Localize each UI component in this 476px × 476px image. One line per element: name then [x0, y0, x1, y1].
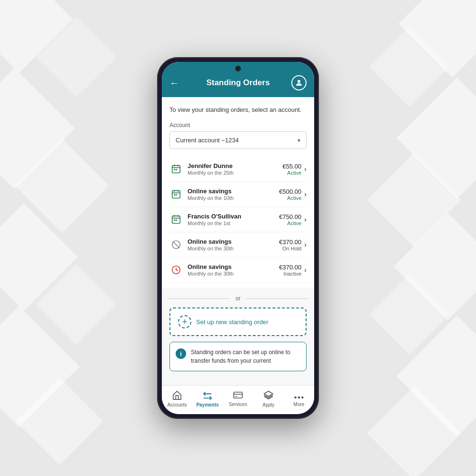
house-icon: [172, 390, 182, 401]
order-item-4[interactable]: Online savings Monthly on the 30th €370.…: [169, 258, 307, 283]
order-item-0[interactable]: Jennifer Dunne Monthly on the 25th €55.0…: [169, 157, 307, 182]
account-label: Account: [169, 122, 307, 129]
info-text: Standing orders can be set up online to …: [191, 348, 300, 365]
svg-point-29: [301, 396, 304, 398]
svg-point-27: [294, 396, 297, 398]
layers-icon: [263, 390, 274, 401]
nav-accounts[interactable]: Accounts: [162, 388, 192, 409]
card-icon: [233, 391, 243, 401]
order-schedule: Monthly on the 25th: [188, 170, 283, 176]
nav-more-label: More: [294, 402, 305, 407]
nav-more[interactable]: More: [284, 388, 314, 409]
info-icon: i: [176, 348, 186, 359]
order-status: Inactive: [279, 271, 301, 277]
order-amount-status: €370.00 On Hold: [279, 238, 301, 251]
nav-services[interactable]: Services: [223, 388, 253, 409]
instructions-text: To view your standing orders, select an …: [169, 106, 307, 114]
setup-button-label: Set up new standing order: [196, 318, 268, 326]
order-status: Active: [279, 220, 301, 226]
info-card: i Standing orders can be set up online t…: [169, 342, 307, 371]
arrows-icon: [202, 390, 213, 401]
order-status: On Hold: [279, 246, 301, 251]
back-button[interactable]: ←: [169, 78, 185, 89]
divider-line-left: [168, 298, 230, 299]
order-details: Online savings Monthly on the 30th: [188, 263, 279, 277]
calendar-icon: [169, 188, 183, 201]
order-schedule: Monthly on the 10th: [188, 195, 279, 201]
account-value: Current account ~1234: [176, 137, 239, 144]
order-amount: €55.00: [283, 163, 302, 170]
camera-dot: [235, 66, 241, 71]
order-chevron-icon: ›: [304, 165, 307, 173]
order-item-2[interactable]: Francis O'Sullivan Monthly on the 1st €7…: [169, 207, 307, 232]
order-details: Online savings Monthly on the 10th: [188, 188, 279, 201]
setup-standing-order-button[interactable]: + Set up new standing order: [169, 307, 307, 336]
calendar-icon: [169, 213, 183, 226]
page-title: Standing Orders: [185, 78, 291, 88]
order-status: Active: [283, 170, 302, 176]
profile-button[interactable]: [291, 75, 307, 90]
nav-payments-label: Payments: [196, 402, 218, 407]
nav-apply-label: Apply: [262, 402, 274, 407]
divider-line-right: [246, 298, 308, 299]
order-name: Online savings: [188, 238, 279, 245]
nav-payments[interactable]: Payments: [192, 388, 223, 409]
order-amount: €750.00: [279, 213, 301, 220]
bottom-navigation: Accounts Payments: [162, 385, 314, 414]
order-chevron-icon: ›: [304, 266, 307, 274]
or-divider: or: [162, 288, 314, 307]
order-amount: €370.00: [279, 238, 301, 246]
order-chevron-icon: ›: [304, 241, 307, 248]
svg-point-0: [298, 80, 300, 83]
order-amount-status: €750.00 Active: [279, 213, 301, 226]
calendar-icon: [169, 162, 183, 176]
phone-frame: ← Standing Orders To view your standing …: [157, 57, 319, 419]
plus-icon: +: [178, 315, 191, 328]
nav-apply[interactable]: Apply: [253, 388, 284, 409]
order-schedule: Monthly on the 30th: [188, 246, 279, 251]
order-amount-status: €500.00 Active: [279, 188, 301, 201]
order-item-1[interactable]: Online savings Monthly on the 10th €500.…: [169, 182, 307, 207]
order-details: Jennifer Dunne Monthly on the 25th: [188, 162, 283, 176]
content-area: To view your standing orders, select an …: [162, 97, 314, 385]
svg-rect-12: [176, 194, 177, 196]
svg-rect-18: [176, 219, 177, 221]
nav-accounts-label: Accounts: [167, 402, 187, 407]
svg-rect-17: [174, 219, 175, 221]
phone-screen: ← Standing Orders To view your standing …: [162, 62, 314, 414]
order-amount-status: €370.00 Inactive: [279, 264, 301, 277]
nav-services-label: Services: [229, 402, 247, 407]
main-content: To view your standing orders, select an …: [162, 97, 314, 288]
order-schedule: Monthly on the 30th: [188, 271, 279, 277]
svg-rect-24: [234, 392, 242, 398]
order-name: Francis O'Sullivan: [188, 213, 279, 220]
order-name: Online savings: [188, 188, 279, 195]
svg-line-20: [173, 241, 179, 248]
order-schedule: Monthly on the 1st: [188, 220, 279, 226]
cancel-icon: [169, 238, 183, 251]
svg-rect-5: [174, 169, 175, 170]
svg-point-28: [298, 396, 300, 398]
or-text: or: [236, 295, 241, 302]
order-details: Online savings Monthly on the 30th: [188, 238, 279, 251]
orders-list: Jennifer Dunne Monthly on the 25th €55.0…: [169, 157, 307, 283]
svg-rect-11: [174, 194, 175, 196]
order-amount: €370.00: [279, 264, 301, 271]
account-selector[interactable]: Current account ~1234 ▾: [169, 131, 307, 149]
order-item-3[interactable]: Online savings Monthly on the 30th €370.…: [169, 232, 307, 258]
order-details: Francis O'Sullivan Monthly on the 1st: [188, 213, 279, 226]
order-chevron-icon: ›: [304, 216, 307, 223]
order-name: Online savings: [188, 263, 279, 270]
order-chevron-icon: ›: [304, 190, 307, 198]
dots-icon: [294, 391, 304, 401]
chevron-down-icon: ▾: [298, 137, 300, 144]
order-status: Active: [279, 195, 301, 201]
svg-rect-6: [176, 169, 177, 170]
order-amount-status: €55.00 Active: [283, 163, 302, 176]
clock-icon: [169, 263, 183, 277]
order-name: Jennifer Dunne: [188, 162, 283, 169]
order-amount: €500.00: [279, 188, 301, 195]
